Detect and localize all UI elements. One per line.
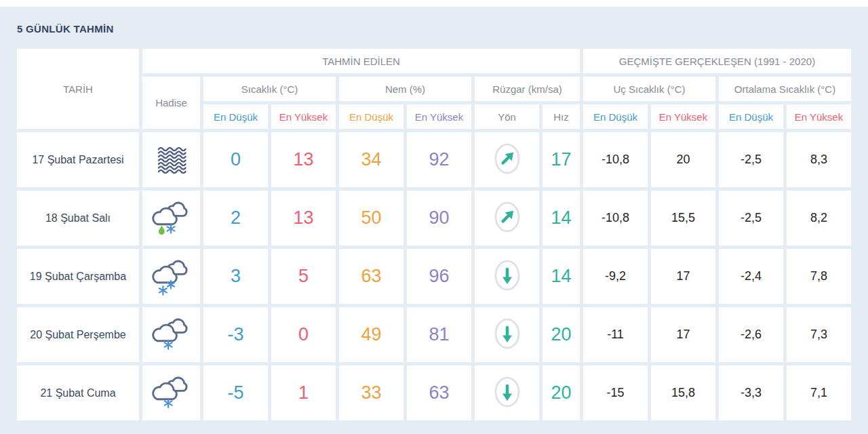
wind-direction-cell <box>475 249 539 304</box>
column-group-forecast: TAHMİN EDİLEN <box>142 49 580 73</box>
arrow-down-icon <box>491 316 524 354</box>
column-group-temperature: Sıcaklık (°C) <box>203 77 336 101</box>
wind-direction-cell <box>475 132 539 187</box>
date-cell: 21 Şubat Cuma <box>17 366 139 420</box>
average-min-value: -2,4 <box>719 249 783 304</box>
column-header-temp-min: En Düşük <box>203 104 268 129</box>
condition-cell <box>142 249 200 304</box>
arrow-down-icon <box>491 258 524 296</box>
humidity-min-value: 34 <box>339 132 403 187</box>
humidity-min-value: 33 <box>339 366 403 420</box>
humidity-max-value: 92 <box>407 132 471 187</box>
column-header-hum-min: En Düşük <box>339 104 403 129</box>
extreme-max-value: 15,5 <box>651 191 715 245</box>
average-min-value: -2,5 <box>719 132 783 187</box>
column-header-condition: Hadise <box>142 77 200 129</box>
wind-speed-value: 14 <box>542 249 580 304</box>
snow-icon <box>151 374 193 413</box>
extreme-min-value: -9,2 <box>583 249 648 304</box>
date-cell: 18 Şubat Salı <box>17 191 139 245</box>
humidity-max-value: 63 <box>407 366 471 420</box>
arrow-northeast-icon <box>491 199 524 237</box>
temp-max-value: 5 <box>271 249 336 304</box>
arrow-down-icon <box>491 374 524 412</box>
extreme-max-value: 17 <box>651 249 715 304</box>
column-header-wind-speed: Hız <box>542 104 580 129</box>
average-min-value: -2,6 <box>719 307 783 362</box>
temp-min-value: 2 <box>203 191 268 245</box>
wind-speed-value: 14 <box>542 191 580 245</box>
wind-speed-value: 20 <box>542 307 580 362</box>
condition-cell <box>142 366 200 420</box>
sleet-icon <box>151 199 193 238</box>
column-header-ext-max: En Yüksek <box>651 104 715 129</box>
extreme-min-value: -11 <box>583 307 648 362</box>
extreme-max-value: 17 <box>651 307 715 362</box>
column-header-hum-max: En Yüksek <box>407 104 471 129</box>
heavy-snow-icon <box>151 257 193 296</box>
extreme-min-value: -15 <box>583 366 648 420</box>
column-header-ext-min: En Düşük <box>583 104 648 129</box>
humidity-max-value: 90 <box>407 191 471 245</box>
arrow-northeast-icon <box>491 141 524 179</box>
average-max-value: 8,3 <box>787 132 851 187</box>
temp-max-value: 13 <box>271 132 336 187</box>
extreme-max-value: 15,8 <box>651 366 715 420</box>
wind-direction-cell <box>475 366 539 420</box>
extreme-min-value: -10,8 <box>583 191 648 245</box>
temp-max-value: 0 <box>271 307 336 362</box>
humidity-min-value: 50 <box>339 191 403 245</box>
wind-direction-cell <box>475 307 539 362</box>
snow-icon <box>151 315 193 355</box>
date-cell: 17 Şubat Pazartesi <box>17 132 139 187</box>
column-group-extreme-temp: Uç Sıcaklık (°C) <box>583 77 715 101</box>
column-group-average-temp: Ortalama Sıcaklık (°C) <box>719 77 851 101</box>
temp-min-value: 3 <box>203 249 268 304</box>
column-header-date: TARİH <box>17 49 139 129</box>
condition-cell <box>142 307 200 362</box>
temp-max-value: 1 <box>271 366 336 420</box>
fog-icon <box>157 146 186 174</box>
column-group-historical: GEÇMİŞTE GERÇEKLEŞEN (1991 - 2020) <box>583 49 851 73</box>
temp-max-value: 13 <box>271 191 336 245</box>
column-header-temp-max: En Yüksek <box>271 104 336 129</box>
wind-speed-value: 17 <box>542 132 580 187</box>
date-cell: 19 Şubat Çarşamba <box>17 249 139 304</box>
humidity-max-value: 96 <box>407 249 471 304</box>
average-min-value: -3,3 <box>719 366 783 420</box>
condition-cell <box>142 191 200 245</box>
average-max-value: 7,3 <box>787 307 851 362</box>
average-max-value: 8,2 <box>787 191 851 245</box>
humidity-min-value: 49 <box>339 307 403 362</box>
column-header-avg-max: En Yüksek <box>787 104 851 129</box>
humidity-max-value: 81 <box>407 307 471 362</box>
average-max-value: 7,8 <box>787 249 851 304</box>
temp-min-value: 0 <box>203 132 268 187</box>
five-day-forecast-table: TARİH TAHMİN EDİLEN GEÇMİŞTE GERÇEKLEŞEN… <box>17 49 851 420</box>
column-group-wind: Rüzgar (km/sa) <box>475 77 580 101</box>
extreme-max-value: 20 <box>651 132 715 187</box>
wind-speed-value: 20 <box>542 366 580 420</box>
column-header-avg-min: En Düşük <box>719 104 783 129</box>
condition-cell <box>142 132 200 187</box>
humidity-min-value: 63 <box>339 249 403 304</box>
average-max-value: 7,1 <box>787 366 851 420</box>
top-strip <box>0 0 868 7</box>
wind-direction-cell <box>475 191 539 245</box>
extreme-min-value: -10,8 <box>583 132 648 187</box>
average-min-value: -2,5 <box>719 191 783 245</box>
column-group-humidity: Nem (%) <box>339 77 471 101</box>
temp-min-value: -5 <box>203 366 268 420</box>
page-title: 5 GÜNLÜK TAHMİN <box>17 23 868 35</box>
temp-min-value: -3 <box>203 307 268 362</box>
date-cell: 20 Şubat Perşembe <box>17 307 139 362</box>
column-header-wind-direction: Yön <box>475 104 539 129</box>
